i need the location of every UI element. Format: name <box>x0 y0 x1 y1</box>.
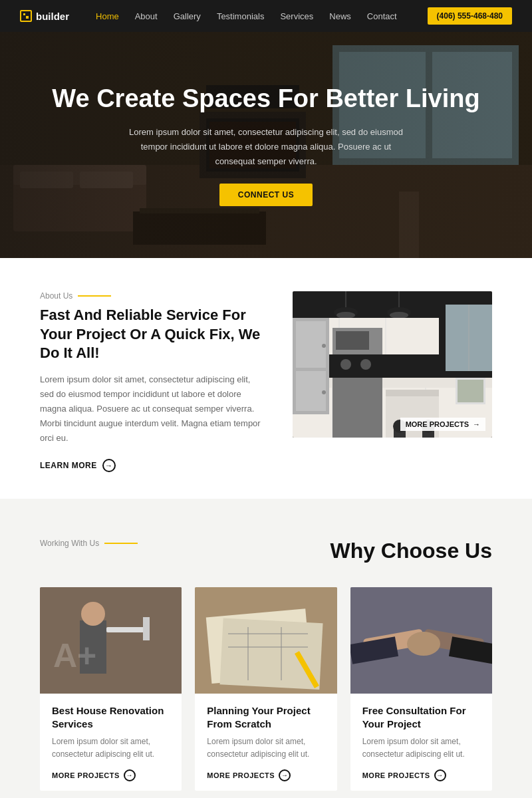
card-renovation-body: Best House Renovation Services Lorem ips… <box>40 694 182 790</box>
card-planning-text: Lorem ipsum dolor sit amet, consectetur … <box>207 735 325 761</box>
renovation-image: A+ <box>40 587 182 694</box>
consultation-image <box>350 587 492 694</box>
more-projects-link[interactable]: MORE PROJECTS → <box>400 418 485 431</box>
svg-rect-1 <box>26 16 29 19</box>
card-renovation-arrow-icon: → <box>124 769 136 781</box>
logo-icon <box>20 10 32 22</box>
why-header: Working With Us Why Choose Us <box>40 539 492 563</box>
card-consultation-arrow-icon: → <box>434 769 446 781</box>
hero-subtitle: Lorem ipsum dolor sit amet, consectetur … <box>126 125 406 169</box>
card-planning-title: Planning Your Project From Scratch <box>207 704 325 730</box>
hero-section: We Create Spaces For Better Living Lorem… <box>0 32 532 258</box>
planning-image <box>195 587 336 694</box>
svg-rect-52 <box>458 380 483 402</box>
svg-point-24 <box>390 312 408 319</box>
about-label: About Us <box>40 291 266 301</box>
card-renovation-text: Lorem ipsum dolor sit amet, consectetur … <box>52 735 170 761</box>
nav-item-about[interactable]: About <box>135 10 158 22</box>
svg-rect-0 <box>23 13 25 15</box>
about-left: About Us Fast And Reliable Service For Y… <box>40 291 266 472</box>
about-kitchen-image <box>293 291 492 438</box>
svg-point-38 <box>322 344 326 348</box>
about-right: MORE PROJECTS → <box>293 291 492 438</box>
card-consultation-text: Lorem ipsum dolor sit amet, consectetur … <box>362 735 480 761</box>
svg-rect-46 <box>386 390 439 396</box>
svg-point-44 <box>360 359 371 370</box>
hero-content: We Create Spaces For Better Living Lorem… <box>12 84 519 206</box>
nav-item-testimonials[interactable]: Testimonials <box>217 10 265 22</box>
nav-item-news[interactable]: News <box>329 10 351 22</box>
learn-more-link[interactable]: LEARN MORE → <box>40 459 266 472</box>
nav-item-gallery[interactable]: Gallery <box>174 10 201 22</box>
svg-point-70 <box>407 632 440 656</box>
navbar: builder Home About Gallery Testimonials … <box>0 0 532 32</box>
why-card-renovation: A+ Best House Renovation Services Lorem … <box>40 587 182 790</box>
svg-rect-56 <box>106 627 146 632</box>
more-projects-arrow-icon: → <box>473 420 480 428</box>
about-text: Lorem ipsum dolor sit amet, consectetur … <box>40 372 266 446</box>
hero-cta-button[interactable]: CONNECT US <box>219 184 313 206</box>
svg-point-55 <box>81 602 105 626</box>
why-title: Why Choose Us <box>330 539 492 563</box>
card-renovation-title: Best House Renovation Services <box>52 704 170 730</box>
why-card-consultation: Free Consultation For Your Project Lorem… <box>350 587 492 790</box>
svg-rect-61 <box>220 618 323 690</box>
nav-item-services[interactable]: Services <box>280 10 313 22</box>
card-renovation-link[interactable]: MORE PROJECTS → <box>52 769 170 781</box>
svg-point-43 <box>340 359 351 370</box>
card-planning-arrow-icon: → <box>279 769 291 781</box>
svg-rect-41 <box>336 331 369 350</box>
logo[interactable]: builder <box>20 10 69 22</box>
svg-rect-37 <box>296 371 326 411</box>
card-planning-link[interactable]: MORE PROJECTS → <box>207 769 325 781</box>
card-consultation-body: Free Consultation For Your Project Lorem… <box>350 694 492 790</box>
svg-rect-57 <box>143 617 150 640</box>
about-title: Fast And Reliable Service For Your Proje… <box>40 306 266 363</box>
why-card-planning: Planning Your Project From Scratch Lorem… <box>195 587 336 790</box>
card-planning-body: Planning Your Project From Scratch Lorem… <box>195 694 336 790</box>
why-section: Working With Us Why Choose Us A+ B <box>0 499 532 798</box>
why-cards: A+ Best House Renovation Services Lorem … <box>40 587 492 790</box>
phone-button[interactable]: (406) 555-468-480 <box>428 7 512 25</box>
svg-text:A+: A+ <box>53 637 96 674</box>
nav-links: Home About Gallery Testimonials Services… <box>96 10 428 22</box>
nav-item-contact[interactable]: Contact <box>367 10 397 22</box>
svg-rect-36 <box>296 321 326 368</box>
svg-point-39 <box>322 390 326 394</box>
learn-more-arrow-icon: → <box>102 459 116 472</box>
nav-item-home[interactable]: Home <box>96 10 119 22</box>
logo-text: builder <box>36 11 69 22</box>
hero-title: We Create Spaces For Better Living <box>52 84 479 114</box>
card-consultation-title: Free Consultation For Your Project <box>362 704 480 730</box>
card-consultation-link[interactable]: MORE PROJECTS → <box>362 769 480 781</box>
svg-rect-42 <box>332 378 382 438</box>
why-label: Working With Us <box>40 539 138 548</box>
svg-point-21 <box>336 312 355 319</box>
about-section: About Us Fast And Reliable Service For Y… <box>0 258 532 499</box>
